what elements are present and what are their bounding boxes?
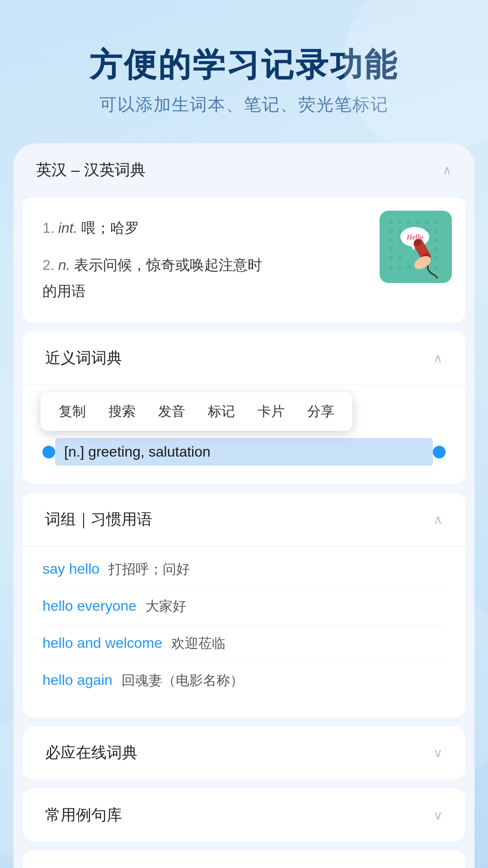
phrases-title: 词组｜习惯用语 — [45, 509, 152, 530]
phrases-section-header[interactable]: 词组｜习惯用语 ∧ — [23, 493, 465, 547]
biying-section: 必应在线词典 ∨ — [23, 726, 465, 779]
biying-chevron: ∨ — [433, 745, 443, 760]
changyong-title: 常用例句库 — [45, 805, 122, 826]
phrases-chevron: ∧ — [433, 512, 443, 527]
entry-num-2: 2. — [42, 257, 55, 273]
tingli-section-header[interactable]: 听力原声例句 + — [23, 851, 465, 868]
svg-point-21 — [389, 265, 393, 269]
context-search[interactable]: 搜索 — [108, 402, 136, 421]
highlighted-text: [n.] greeting, salutation — [55, 438, 433, 466]
svg-point-1 — [389, 220, 393, 224]
page-subtitle: 可以添加生词本、笔记、荧光笔标记 — [27, 93, 461, 116]
changyong-section: 常用例句库 ∨ — [23, 788, 465, 842]
phrase-en-3: hello and welcome — [42, 635, 162, 651]
svg-point-23 — [407, 265, 411, 269]
phrase-zh-3: 欢迎莅临 — [171, 634, 225, 653]
svg-point-15 — [434, 238, 438, 242]
svg-point-3 — [407, 220, 411, 224]
page-header: 方便的学习记录功能 可以添加生词本、笔记、荧光笔标记 — [0, 0, 488, 143]
phrase-row-1[interactable]: say hello 打招呼；问好 — [42, 551, 446, 588]
eng-dict-section-header[interactable]: 英汉 – 汉英词典 ∧ — [14, 143, 474, 197]
svg-point-2 — [398, 220, 402, 224]
svg-point-18 — [389, 256, 393, 260]
tingli-section: 听力原声例句 + — [23, 851, 465, 868]
phrases-section-wrapper: 词组｜习惯用语 ∧ say hello 打招呼；问好 hello everyon… — [14, 484, 474, 868]
phrase-zh-4: 回魂妻（电影名称） — [122, 671, 244, 690]
svg-point-17 — [434, 247, 438, 251]
phrase-zh-1: 打招呼；问好 — [108, 560, 190, 579]
phrases-section: 词组｜习惯用语 ∧ say hello 打招呼；问好 hello everyon… — [23, 493, 465, 717]
svg-point-6 — [434, 220, 438, 224]
synonym-chevron: ∧ — [433, 351, 443, 366]
entry-pos-2: n. — [58, 257, 70, 273]
changyong-section-header[interactable]: 常用例句库 ∨ — [23, 788, 465, 842]
context-mark[interactable]: 标记 — [208, 402, 235, 421]
context-share[interactable]: 分享 — [307, 402, 334, 421]
selection-area: [n.] greeting, salutation — [23, 438, 465, 470]
phrase-zh-2: 大家好 — [145, 597, 186, 616]
svg-point-7 — [389, 229, 393, 233]
svg-point-20 — [434, 256, 438, 260]
biying-section-header[interactable]: 必应在线词典 ∨ — [23, 726, 465, 779]
svg-point-26 — [434, 265, 438, 269]
hello-illustration: Hello — [380, 211, 452, 283]
context-card[interactable]: 卡片 — [258, 402, 285, 421]
phrase-row-3[interactable]: hello and welcome 欢迎莅临 — [42, 625, 446, 662]
phrase-row-2[interactable]: hello everyone 大家好 — [42, 588, 446, 625]
selection-handle-right — [433, 446, 446, 458]
context-pronounce[interactable]: 发音 — [158, 402, 185, 421]
phrases-content: say hello 打招呼；问好 hello everyone 大家好 hell… — [23, 547, 465, 717]
context-copy[interactable]: 复制 — [59, 402, 86, 421]
svg-point-16 — [389, 247, 393, 251]
phrase-row-4[interactable]: hello again 回魂妻（电影名称） — [42, 662, 446, 699]
svg-point-19 — [398, 256, 402, 260]
biying-title: 必应在线词典 — [45, 742, 137, 763]
svg-point-22 — [398, 265, 402, 269]
entry-pos-1: int. — [58, 220, 78, 236]
entry-num-1: 1. — [42, 220, 55, 236]
page-title: 方便的学习记录功能 — [27, 45, 461, 84]
changyong-chevron: ∨ — [433, 808, 443, 823]
svg-point-4 — [416, 220, 420, 224]
selection-handle-left — [42, 446, 55, 458]
svg-point-13 — [389, 238, 393, 242]
svg-point-8 — [398, 229, 402, 233]
synonym-title: 近义词词典 — [45, 348, 122, 368]
phrase-en-4: hello again — [42, 672, 113, 689]
main-card: 英汉 – 汉英词典 ∧ — [14, 143, 474, 868]
phrase-en-1: say hello — [42, 561, 99, 577]
eng-dict-chevron: ∧ — [442, 163, 452, 178]
synonym-section-header[interactable]: 近义词词典 ∧ — [23, 331, 465, 385]
eng-dict-content: Hello 1.int. 喂；哈罗 2.n. 表示问候 — [23, 197, 465, 322]
synonym-card: 近义词词典 ∧ 复制 搜索 发音 标记 卡片 分享 [n.] greeting,… — [23, 331, 465, 484]
context-menu: 复制 搜索 发音 标记 卡片 分享 — [41, 392, 352, 431]
phrase-en-2: hello everyone — [42, 598, 136, 614]
svg-point-12 — [434, 229, 438, 233]
eng-dict-title: 英汉 – 汉英词典 — [36, 160, 145, 180]
svg-point-5 — [425, 220, 429, 224]
